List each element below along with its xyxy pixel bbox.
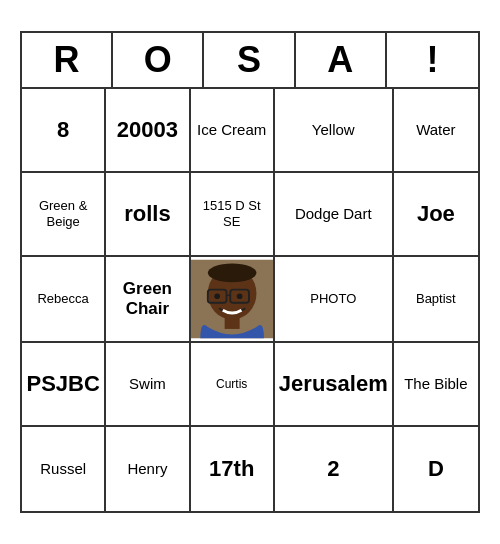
- cell-4-2: Swim: [106, 343, 190, 427]
- cell-1-5: Water: [394, 89, 478, 173]
- header-exclaim: !: [387, 33, 478, 87]
- cell-4-4: Jerusalem: [275, 343, 394, 427]
- cell-3-3-photo: [191, 257, 275, 343]
- cell-5-2: Henry: [106, 427, 190, 511]
- header-r: R: [22, 33, 113, 87]
- cell-1-2: 20003: [106, 89, 190, 173]
- header-s: S: [204, 33, 295, 87]
- cell-4-1: PSJBC: [22, 343, 106, 427]
- cell-3-4: PHOTO: [275, 257, 394, 343]
- cell-4-5: The Bible: [394, 343, 478, 427]
- header-o: O: [113, 33, 204, 87]
- cell-5-3: 17th: [191, 427, 275, 511]
- cell-5-4: 2: [275, 427, 394, 511]
- cell-1-3: Ice Cream: [191, 89, 275, 173]
- bingo-card: R O S A ! 8 20003 Ice Cream Yellow Water…: [20, 31, 480, 513]
- bingo-header: R O S A !: [22, 33, 478, 89]
- cell-2-3: 1515 D St SE: [191, 173, 275, 257]
- cell-5-5: D: [394, 427, 478, 511]
- cell-4-3: Curtis: [191, 343, 275, 427]
- cell-3-2: Green Chair: [106, 257, 190, 343]
- cell-5-1: Russel: [22, 427, 106, 511]
- header-a: A: [296, 33, 387, 87]
- svg-rect-8: [224, 316, 239, 329]
- cell-2-5: Joe: [394, 173, 478, 257]
- cell-1-1: 8: [22, 89, 106, 173]
- cell-2-4: Dodge Dart: [275, 173, 394, 257]
- cell-3-1: Rebecca: [22, 257, 106, 343]
- svg-point-7: [207, 263, 256, 282]
- cell-1-4: Yellow: [275, 89, 394, 173]
- svg-point-6: [236, 293, 242, 299]
- svg-point-5: [214, 293, 220, 299]
- cell-3-5: Baptist: [394, 257, 478, 343]
- cell-2-1: Green & Beige: [22, 173, 106, 257]
- cell-2-2: rolls: [106, 173, 190, 257]
- bingo-grid: 8 20003 Ice Cream Yellow Water Green & B…: [22, 89, 478, 511]
